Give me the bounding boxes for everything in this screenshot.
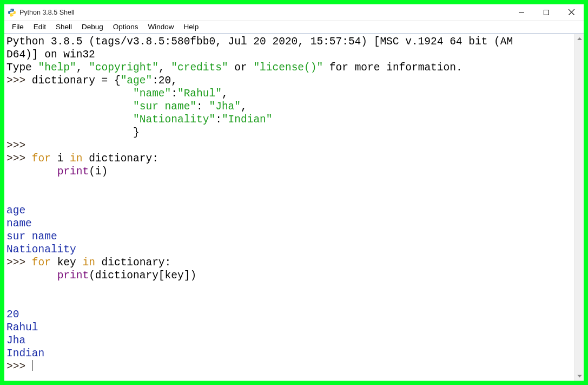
minimize-button[interactable] xyxy=(509,4,534,21)
key-surname: "sur name" xyxy=(133,101,196,113)
svg-rect-1 xyxy=(544,10,549,15)
output-line: Indian xyxy=(6,348,44,360)
kw-in: in xyxy=(82,257,95,269)
val-name: "Rahul" xyxy=(177,88,222,100)
kw-for: for xyxy=(32,153,51,165)
svg-marker-4 xyxy=(577,37,582,40)
menu-edit[interactable]: Edit xyxy=(29,22,50,32)
menu-options[interactable]: Options xyxy=(109,22,143,32)
menu-file[interactable]: File xyxy=(8,22,28,32)
scroll-down-icon[interactable] xyxy=(575,371,584,381)
output-line: 20 xyxy=(6,309,19,321)
output-line: age xyxy=(6,205,25,217)
banner-line-1: Python 3.8.5 (tags/v3.8.5:580fbb0, Jul 2… xyxy=(6,36,513,48)
menu-window[interactable]: Window xyxy=(143,22,178,32)
prompt: >>> xyxy=(6,257,32,269)
window-title: Python 3.8.5 Shell xyxy=(19,9,509,16)
idle-window: Python 3.8.5 Shell File Edit Shell Debug… xyxy=(4,4,584,381)
output-line: name xyxy=(6,218,32,230)
output-line: sur name xyxy=(6,231,57,243)
builtin-print: print xyxy=(57,166,89,178)
window-controls xyxy=(509,4,584,21)
banner-str-credits: "credits" xyxy=(171,62,228,74)
banner-line-2: D64)] on win32 xyxy=(6,49,95,61)
key-name: "name" xyxy=(133,88,171,100)
builtin-print: print xyxy=(57,270,89,282)
prompt: >>> xyxy=(6,361,32,373)
close-button[interactable] xyxy=(559,4,584,21)
maximize-button[interactable] xyxy=(534,4,559,21)
content-wrap: Python 3.8.5 (tags/v3.8.5:580fbb0, Jul 2… xyxy=(4,34,584,381)
code-dict-assign: dictionary = { xyxy=(32,75,121,87)
menu-help[interactable]: Help xyxy=(179,22,203,32)
banner-str-copyright: "copyright" xyxy=(89,62,158,74)
banner-str-license: "license()" xyxy=(253,62,323,74)
banner-str-help: "help" xyxy=(38,62,76,74)
output-line: Rahul xyxy=(6,322,38,334)
banner-line-3a: Type xyxy=(6,62,38,74)
menu-debug[interactable]: Debug xyxy=(77,22,108,32)
output-line: Jha xyxy=(6,335,25,347)
val-age: 20 xyxy=(158,75,171,87)
vertical-scrollbar[interactable] xyxy=(574,34,584,381)
dict-close: } xyxy=(6,127,140,139)
key-nationality: "Nationality" xyxy=(133,114,215,126)
svg-marker-5 xyxy=(577,375,582,377)
text-cursor xyxy=(32,360,32,371)
prompt-empty: >>> xyxy=(6,140,25,152)
output-line: Nationality xyxy=(6,244,76,256)
prompt: >>> xyxy=(6,153,32,165)
kw-in: in xyxy=(70,153,82,165)
kw-for: for xyxy=(32,257,51,269)
key-age: "age" xyxy=(121,75,153,87)
menu-shell[interactable]: Shell xyxy=(51,22,76,32)
titlebar[interactable]: Python 3.8.5 Shell xyxy=(4,4,584,21)
shell-content[interactable]: Python 3.8.5 (tags/v3.8.5:580fbb0, Jul 2… xyxy=(4,34,574,381)
menubar: File Edit Shell Debug Options Window Hel… xyxy=(4,21,584,34)
val-surname: "Jha" xyxy=(209,101,241,113)
prompt: >>> xyxy=(6,75,32,87)
python-icon xyxy=(8,8,16,17)
scroll-up-icon[interactable] xyxy=(575,34,584,43)
val-nationality: "Indian" xyxy=(222,114,273,126)
